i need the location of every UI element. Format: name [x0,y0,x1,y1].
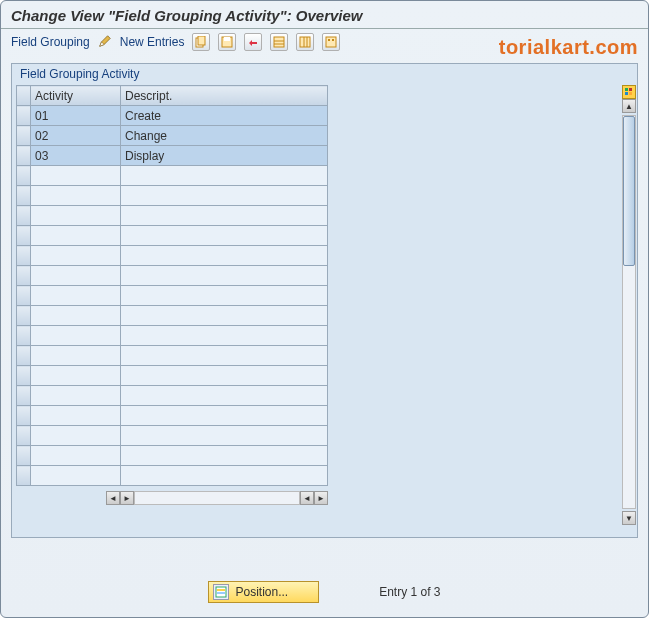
field-grouping-link[interactable]: Field Grouping [11,35,90,49]
table-settings-icon[interactable] [622,85,636,99]
cell-activity[interactable] [31,286,121,306]
cell-description[interactable] [121,426,328,446]
cell-activity[interactable] [31,266,121,286]
new-entries-link[interactable]: New Entries [120,35,185,49]
cell-activity[interactable] [31,326,121,346]
undo-icon[interactable] [244,33,262,51]
hscroll-left-icon[interactable]: ◄ [106,491,120,505]
hscroll-left2-icon[interactable]: ◄ [300,491,314,505]
row-selector[interactable] [17,426,31,446]
table-row[interactable]: 01Create [17,106,328,126]
hscroll-right-icon[interactable]: ► [120,491,134,505]
row-selector[interactable] [17,446,31,466]
cell-activity[interactable] [31,366,121,386]
cell-description[interactable] [121,366,328,386]
table-row[interactable] [17,366,328,386]
table-row[interactable] [17,446,328,466]
row-selector[interactable] [17,286,31,306]
hscroll-right2-icon[interactable]: ► [314,491,328,505]
table-row[interactable]: 02Change [17,126,328,146]
cell-activity[interactable]: 03 [31,146,121,166]
cell-activity[interactable] [31,166,121,186]
save-icon[interactable] [218,33,236,51]
row-selector[interactable] [17,146,31,166]
table-row[interactable] [17,346,328,366]
row-selector[interactable] [17,106,31,126]
table-row[interactable] [17,466,328,486]
table-row[interactable] [17,386,328,406]
vscroll-track[interactable] [622,115,636,509]
pencil-icon[interactable] [98,34,112,51]
col-description[interactable]: Descript. [121,86,328,106]
cell-description[interactable] [121,406,328,426]
config-icon[interactable] [322,33,340,51]
cell-activity[interactable]: 02 [31,126,121,146]
table-row[interactable] [17,186,328,206]
cell-activity[interactable] [31,406,121,426]
row-selector[interactable] [17,466,31,486]
vscroll-up-icon[interactable]: ▲ [622,99,636,113]
row-selector[interactable] [17,306,31,326]
cell-activity[interactable] [31,426,121,446]
cell-activity[interactable] [31,186,121,206]
row-selector[interactable] [17,406,31,426]
row-selector[interactable] [17,266,31,286]
cell-description[interactable] [121,306,328,326]
cell-description[interactable] [121,186,328,206]
cell-activity[interactable] [31,246,121,266]
cell-activity[interactable] [31,206,121,226]
row-selector[interactable] [17,186,31,206]
row-selector[interactable] [17,246,31,266]
cell-description[interactable] [121,166,328,186]
cell-activity[interactable] [31,386,121,406]
row-selector[interactable] [17,226,31,246]
cell-activity[interactable]: 01 [31,106,121,126]
row-selector[interactable] [17,206,31,226]
cell-activity[interactable] [31,306,121,326]
col-activity[interactable]: Activity [31,86,121,106]
cell-description[interactable] [121,446,328,466]
cell-description[interactable] [121,326,328,346]
table-row[interactable] [17,426,328,446]
copy-icon[interactable] [192,33,210,51]
table-row[interactable] [17,166,328,186]
cell-description[interactable] [121,246,328,266]
table-row[interactable] [17,266,328,286]
table-row[interactable] [17,206,328,226]
cell-activity[interactable] [31,346,121,366]
deselect-all-icon[interactable] [296,33,314,51]
table-row[interactable] [17,406,328,426]
row-selector[interactable] [17,386,31,406]
row-selector[interactable] [17,126,31,146]
cell-description[interactable] [121,346,328,366]
cell-activity[interactable] [31,226,121,246]
row-selector[interactable] [17,366,31,386]
cell-description[interactable] [121,206,328,226]
row-selector[interactable] [17,326,31,346]
table-row[interactable] [17,306,328,326]
vscroll-down-icon[interactable]: ▼ [622,511,636,525]
table-row[interactable] [17,326,328,346]
position-button[interactable]: Position... [208,581,319,603]
cell-description[interactable] [121,386,328,406]
table-row[interactable] [17,246,328,266]
row-selector[interactable] [17,166,31,186]
cell-description[interactable]: Create [121,106,328,126]
table-row[interactable]: 03Display [17,146,328,166]
table-row[interactable] [17,226,328,246]
cell-description[interactable]: Display [121,146,328,166]
table-area: Activity Descript. 01Create02Change03Dis… [16,85,328,525]
cell-activity[interactable] [31,466,121,486]
vscroll-thumb[interactable] [623,116,635,266]
cell-description[interactable]: Change [121,126,328,146]
select-all-icon[interactable] [270,33,288,51]
cell-description[interactable] [121,286,328,306]
row-header-corner[interactable] [17,86,31,106]
row-selector[interactable] [17,346,31,366]
cell-description[interactable] [121,466,328,486]
cell-description[interactable] [121,266,328,286]
table-row[interactable] [17,286,328,306]
cell-activity[interactable] [31,446,121,466]
cell-description[interactable] [121,226,328,246]
hscroll-track[interactable] [134,491,300,505]
